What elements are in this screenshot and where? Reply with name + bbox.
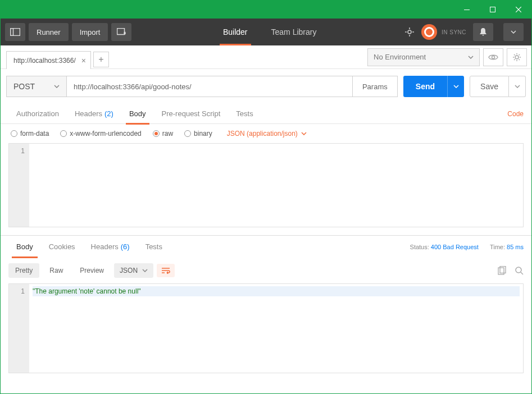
status-meta: Status: 400 Bad Request [410,244,479,250]
wrap-lines-button[interactable] [157,264,175,277]
tab-headers[interactable]: Headers (2) [67,104,121,124]
svg-rect-9 [500,267,506,273]
environment-select[interactable]: No Environment [367,48,480,66]
chevron-down-icon [468,56,474,59]
url-input[interactable] [67,76,353,97]
environment-label: No Environment [374,53,426,61]
copy-response-button[interactable] [498,266,507,275]
title-bar [1,1,531,19]
eye-icon [488,54,498,61]
response-tab-tests[interactable]: Tests [138,236,170,258]
view-raw[interactable]: Raw [43,263,70,278]
minimize-button[interactable] [454,1,480,19]
notifications-button[interactable] [473,23,493,41]
tab-team-library[interactable]: Team Library [268,19,320,45]
content-type-select[interactable]: JSON (application/json) [227,130,307,138]
tab-tests[interactable]: Tests [228,104,261,124]
response-body-editor[interactable]: 1 "The argument 'note' cannot be null" [8,283,524,373]
sidebar-toggle-button[interactable] [5,23,25,41]
chevron-down-icon [301,132,307,135]
svg-rect-0 [464,10,470,10]
send-dropdown-button[interactable] [447,76,464,97]
headers-count: (2) [104,109,113,118]
svg-rect-4 [117,29,125,35]
radio-form-data[interactable]: form-data [11,130,49,138]
request-tab[interactable]: http://localhost:3366/ × [6,51,91,69]
new-window-button[interactable] [111,23,131,41]
response-tab-headers[interactable]: Headers (6) [83,236,138,258]
svg-rect-1 [490,7,495,12]
request-tab-title: http://localhost:3366/ [13,57,76,65]
close-tab-icon[interactable]: × [81,56,86,65]
svg-point-10 [516,267,521,273]
search-icon [515,266,524,275]
request-subtabs: Authorization Headers (2) Body Pre-reque… [1,104,531,124]
user-menu-button[interactable] [503,23,524,41]
svg-point-5 [408,30,411,34]
editor-gutter: 1 [9,284,29,373]
radio-raw[interactable]: raw [153,130,173,138]
chevron-down-icon [142,269,148,272]
svg-rect-3 [11,29,13,36]
radio-urlencoded[interactable]: x-www-form-urlencoded [60,130,141,138]
editor-line: "The argument 'note' cannot be null" [33,286,520,296]
import-button[interactable]: Import [72,23,108,41]
url-row: POST Params Send Save [1,69,531,104]
main-toolbar: Runner Import Builder Team Library IN SY… [1,19,531,45]
environment-settings-button[interactable] [507,48,527,66]
panel-icon [10,28,20,36]
svg-rect-2 [11,29,20,36]
sync-status[interactable]: IN SYNC [421,24,466,40]
save-button[interactable]: Save [470,76,509,97]
svg-point-7 [515,56,519,59]
response-header: Body Cookies Headers (6) Tests Status: 4… [1,235,531,258]
view-preview[interactable]: Preview [73,263,111,278]
new-request-tab-button[interactable]: + [93,52,109,67]
response-view-options: Pretty Raw Preview JSON [1,258,531,283]
response-headers-count: (6) [121,242,130,251]
bell-icon [479,28,487,36]
runner-button[interactable]: Runner [29,23,69,41]
radio-binary[interactable]: binary [184,130,212,138]
params-button[interactable]: Params [353,76,398,97]
response-tab-cookies[interactable]: Cookies [41,236,83,258]
tab-authorization[interactable]: Authorization [8,104,67,124]
chevron-down-icon [515,85,520,88]
view-pretty[interactable]: Pretty [8,263,39,278]
request-tabs-row: http://localhost:3366/ × + No Environmen… [1,45,531,69]
copy-icon [498,266,507,275]
code-link[interactable]: Code [507,110,524,118]
editor-gutter: 1 [9,144,29,227]
tab-prerequest[interactable]: Pre-request Script [154,104,229,124]
save-dropdown-button[interactable] [509,76,526,97]
request-body-editor[interactable]: 1 [8,143,524,227]
tab-body[interactable]: Body [121,104,154,124]
send-button[interactable]: Send [403,76,447,97]
capture-icon[interactable] [404,27,415,37]
chevron-down-icon [54,85,60,88]
sync-label: IN SYNC [442,29,466,35]
method-label: POST [13,82,35,91]
tab-builder[interactable]: Builder [220,19,251,45]
search-response-button[interactable] [515,266,524,275]
environment-preview-button[interactable] [483,48,503,66]
chevron-down-icon [453,85,459,88]
wrap-icon [161,267,170,274]
close-button[interactable] [506,1,531,19]
chevron-down-icon [511,30,516,34]
gear-icon [512,53,521,62]
svg-rect-8 [498,268,504,274]
maximize-button[interactable] [480,1,506,19]
method-select[interactable]: POST [6,76,67,97]
svg-point-6 [492,56,495,58]
response-tab-body[interactable]: Body [8,236,41,258]
response-format-select[interactable]: JSON [114,263,153,278]
new-tab-icon [117,28,126,36]
sync-icon [421,24,437,40]
time-meta: Time: 85 ms [490,244,524,250]
body-type-row: form-data x-www-form-urlencoded raw bina… [1,124,531,143]
